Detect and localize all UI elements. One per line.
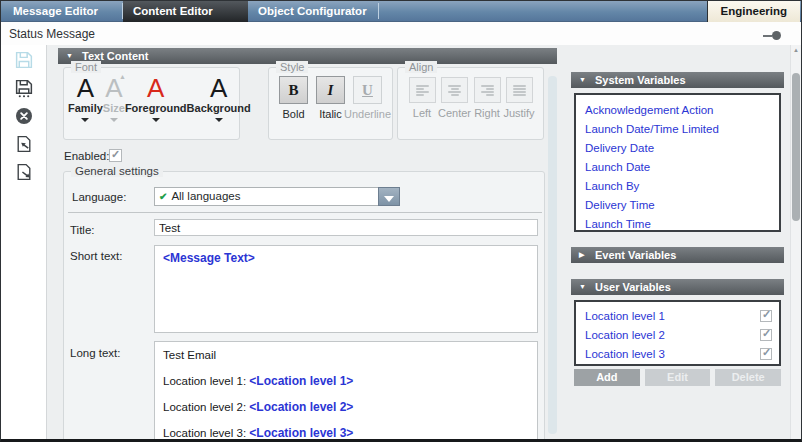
- short-text-label: Short text:: [70, 250, 122, 262]
- chevron-down-icon[interactable]: [110, 118, 118, 122]
- style-button-label: Italic: [319, 108, 342, 120]
- user-variable-checkbox[interactable]: [760, 348, 772, 360]
- align-items: Left Center Right: [406, 77, 535, 119]
- font-tool-label: Family: [68, 102, 103, 114]
- panel-button[interactable]: Delete: [715, 369, 781, 386]
- style-toggle-button[interactable]: I: [316, 76, 345, 104]
- style-glyph: U: [362, 82, 373, 99]
- user-variable-row: Location level 2: [576, 325, 779, 344]
- user-variables-title: User Variables: [595, 279, 671, 295]
- save-icon[interactable]: [14, 50, 34, 70]
- long-text-placeholder[interactable]: <Location level 3>: [249, 426, 353, 440]
- system-variable-link[interactable]: Launch By: [576, 177, 779, 196]
- system-variable-link[interactable]: Delivery Time: [576, 196, 779, 215]
- align-button-label: Justify: [503, 107, 534, 119]
- long-text-label: Long text:: [70, 347, 121, 359]
- user-variable-checkbox[interactable]: [760, 329, 772, 341]
- cancel-icon[interactable]: [14, 106, 34, 126]
- top-tab-bar: Message Editor Content Editor Object Con…: [1, 1, 801, 22]
- system-variables-title: System Variables: [595, 72, 686, 88]
- tab-content-editor[interactable]: Content Editor: [123, 1, 248, 22]
- system-variable-link[interactable]: Launch Date: [576, 158, 779, 177]
- align-button-item: Center: [438, 77, 471, 119]
- font-tool-button[interactable]: A ▲ Size: [103, 74, 125, 136]
- style-toggle-button[interactable]: U: [353, 76, 382, 104]
- import-icon[interactable]: [14, 134, 34, 154]
- align-button[interactable]: [506, 77, 533, 103]
- message-text-placeholder[interactable]: <Message Text>: [163, 251, 255, 265]
- app-window: Message Editor Content Editor Object Con…: [0, 0, 802, 442]
- style-group-label: Style: [276, 61, 308, 73]
- font-tool-button[interactable]: A ▲ Family: [68, 74, 103, 136]
- align-button-label: Right: [474, 107, 500, 119]
- font-group: Font A ▲ Family A ▲ Size: [63, 67, 240, 140]
- expand-arrow-icon: ▶: [579, 247, 584, 263]
- style-button-label: Underline: [344, 108, 391, 120]
- long-text-field[interactable]: Test Email Location level 1: <Location l…: [154, 341, 538, 442]
- font-tool-button[interactable]: A ▲ Background: [187, 74, 251, 136]
- align-lines-icon: [448, 84, 461, 97]
- user-variable-link[interactable]: Location level 3: [585, 348, 665, 360]
- language-combobox-field[interactable]: ✔All languages: [154, 187, 379, 206]
- long-text-placeholder[interactable]: <Location level 2>: [249, 400, 353, 414]
- tab-message-editor[interactable]: Message Editor: [3, 1, 122, 22]
- left-toolbar: [1, 45, 47, 439]
- tab-object-configurator[interactable]: Object Configurator: [248, 1, 378, 22]
- scrollbar-thumb[interactable]: [792, 73, 800, 221]
- collapse-arrow-icon: ▼: [579, 279, 586, 295]
- main-area: ▼ Text Content Font A ▲ Family A ▲: [1, 45, 801, 439]
- page-title: Status Message: [9, 27, 95, 41]
- user-variable-link[interactable]: Location level 2: [585, 329, 665, 341]
- enabled-label: Enabled:: [64, 150, 109, 162]
- right-scrollbar[interactable]: ▲: [790, 45, 801, 439]
- user-variable-link[interactable]: Location level 1: [585, 310, 665, 322]
- align-group: Align Left Center: [397, 67, 544, 140]
- short-text-field[interactable]: <Message Text>: [154, 245, 538, 333]
- align-lines-icon: [513, 84, 526, 97]
- align-button-label: Center: [438, 107, 471, 119]
- user-variable-row: Location level 3: [576, 344, 779, 363]
- event-variables-header[interactable]: ▶ Event Variables: [571, 247, 784, 263]
- long-text-placeholder[interactable]: <Location level 1>: [249, 374, 353, 388]
- enabled-checkbox[interactable]: [109, 149, 122, 162]
- user-variables-buttons: Add Edit Delete: [574, 369, 781, 386]
- style-button-item: U Underline: [349, 76, 386, 120]
- content-scrollbar[interactable]: [548, 76, 557, 434]
- system-variable-link[interactable]: Delivery Date: [576, 139, 779, 158]
- chevron-down-icon[interactable]: [81, 118, 89, 122]
- panel-button[interactable]: Add: [574, 369, 640, 386]
- user-variable-checkbox[interactable]: [760, 310, 772, 322]
- long-text-line: Location level 2: <Location level 2>: [163, 399, 529, 415]
- align-lines-icon: [416, 84, 429, 97]
- title-input[interactable]: [154, 219, 538, 236]
- pin-icon[interactable]: [763, 31, 781, 40]
- export-icon[interactable]: [14, 162, 34, 182]
- style-toggle-button[interactable]: B: [279, 76, 308, 104]
- language-value: All languages: [171, 190, 240, 202]
- align-button[interactable]: [474, 77, 501, 103]
- save-as-icon[interactable]: [14, 78, 34, 98]
- system-variable-link[interactable]: Acknowledgement Action: [576, 101, 779, 120]
- system-variable-link[interactable]: Launch Date/Time Limited: [576, 120, 779, 139]
- panel-button[interactable]: Edit: [645, 369, 711, 386]
- scrollbar-up-icon[interactable]: ▲: [791, 47, 801, 53]
- chevron-down-icon[interactable]: [215, 118, 223, 122]
- align-button[interactable]: [409, 77, 436, 103]
- font-letter-icon: A: [77, 74, 94, 102]
- font-tool-label: Background: [187, 102, 251, 114]
- language-dropdown-button[interactable]: [378, 187, 400, 206]
- language-label: Language:: [72, 191, 126, 203]
- font-tool-button[interactable]: A ▲ Foreground: [125, 74, 187, 136]
- chevron-down-icon[interactable]: [152, 118, 160, 122]
- user-variables-header[interactable]: ▼ User Variables: [571, 279, 784, 295]
- system-variable-link[interactable]: Launch Time: [576, 215, 779, 234]
- long-text-line-prefix: Location level 1:: [163, 375, 249, 387]
- align-button[interactable]: [441, 77, 468, 103]
- style-button-item: B Bold: [275, 76, 312, 120]
- tab-engineering[interactable]: Engineering: [707, 1, 800, 22]
- style-glyph: I: [328, 82, 334, 99]
- font-tool-label: Size: [103, 102, 125, 114]
- system-variables-header[interactable]: ▼ System Variables: [571, 72, 784, 88]
- check-icon: ✔: [159, 191, 167, 202]
- language-combobox[interactable]: ✔All languages: [154, 187, 400, 206]
